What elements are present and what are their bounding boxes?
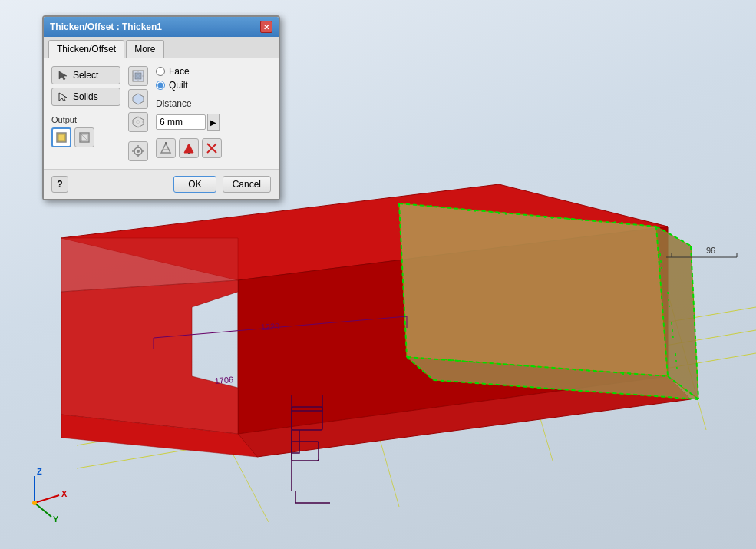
dir-btn-2[interactable] xyxy=(179,138,199,158)
svg-text:Z: Z xyxy=(37,467,42,476)
dir-icon-3 xyxy=(206,142,218,154)
radio-face-input[interactable] xyxy=(156,67,165,76)
dialog-titlebar: Thicken/Offset : Thicken1 ✕ xyxy=(44,17,279,37)
output-btn-2[interactable] xyxy=(74,127,94,147)
right-panel: Face Quilt Distance ▶ xyxy=(156,66,271,158)
svg-marker-13 xyxy=(399,203,668,376)
output-icon-1 xyxy=(55,131,68,144)
tab-more[interactable]: More xyxy=(126,40,163,58)
settings-icon xyxy=(131,144,145,158)
select-button[interactable]: Select xyxy=(51,66,120,84)
solids-button[interactable]: Solids xyxy=(51,88,120,106)
output-icon-2 xyxy=(78,131,91,144)
select-label: Select xyxy=(73,70,98,81)
svg-text:X: X xyxy=(61,489,68,498)
output-buttons xyxy=(51,127,120,147)
output-btn-1[interactable] xyxy=(51,127,71,147)
distance-input-row: ▶ xyxy=(156,114,271,131)
solids-icon xyxy=(57,91,69,103)
dialog-tabs: Thicken/Offset More xyxy=(44,37,279,58)
tab-thicken-offset[interactable]: Thicken/Offset xyxy=(48,40,124,58)
face-label: Face xyxy=(169,66,190,77)
radio-quilt[interactable]: Quilt xyxy=(156,80,271,91)
left-panel: Select Solids Output xyxy=(51,66,120,147)
dir-icon-1 xyxy=(160,142,172,154)
mid-btn-3[interactable] xyxy=(128,112,148,132)
dir-icon-2 xyxy=(183,142,195,154)
footer-buttons: OK Cancel xyxy=(173,176,271,193)
direction-buttons xyxy=(156,138,271,158)
dim-1220: 1220 xyxy=(260,322,279,332)
svg-marker-11 xyxy=(61,280,238,434)
close-button[interactable]: ✕ xyxy=(260,21,272,33)
surface-select-icon xyxy=(131,92,145,106)
quilt-label: Quilt xyxy=(169,80,188,91)
dialog-footer: ? OK Cancel xyxy=(44,169,279,199)
ok-button[interactable]: OK xyxy=(173,176,216,193)
radio-quilt-input[interactable] xyxy=(156,81,165,90)
dialog-content: Select Solids Output xyxy=(44,58,279,169)
solids-label: Solids xyxy=(73,91,98,102)
dir-btn-1[interactable] xyxy=(156,138,176,158)
middle-panel xyxy=(128,66,148,161)
solid-select-icon xyxy=(131,115,145,129)
svg-point-54 xyxy=(32,501,37,505)
dialog-title: Thicken/Offset : Thicken1 xyxy=(50,21,162,32)
dir-btn-3[interactable] xyxy=(202,138,222,158)
face-select-icon xyxy=(131,69,145,83)
help-button[interactable]: ? xyxy=(51,176,68,193)
svg-text:Y: Y xyxy=(53,514,59,524)
cancel-button[interactable]: Cancel xyxy=(223,176,271,193)
distance-label: Distance xyxy=(156,98,271,109)
svg-line-52 xyxy=(35,503,51,517)
dim-1706: 1706 xyxy=(214,375,233,385)
svg-point-65 xyxy=(137,150,140,153)
svg-line-50 xyxy=(35,495,59,503)
radio-group: Face Quilt xyxy=(156,66,271,91)
output-section: Output xyxy=(51,115,120,147)
mid-btn-4[interactable] xyxy=(128,141,148,161)
mid-btn-2[interactable] xyxy=(128,89,148,109)
svg-rect-56 xyxy=(58,134,64,141)
mid-btn-1[interactable] xyxy=(128,66,148,86)
radio-face[interactable]: Face xyxy=(156,66,271,77)
dialog-thicken-offset: Thicken/Offset : Thicken1 ✕ Thicken/Offs… xyxy=(42,15,280,200)
distance-arrow[interactable]: ▶ xyxy=(207,114,220,131)
content-row: Select Solids Output xyxy=(51,66,271,161)
output-label: Output xyxy=(51,115,120,124)
dim-96: 96 xyxy=(706,246,715,255)
distance-input[interactable] xyxy=(156,114,206,130)
select-icon xyxy=(57,69,69,81)
